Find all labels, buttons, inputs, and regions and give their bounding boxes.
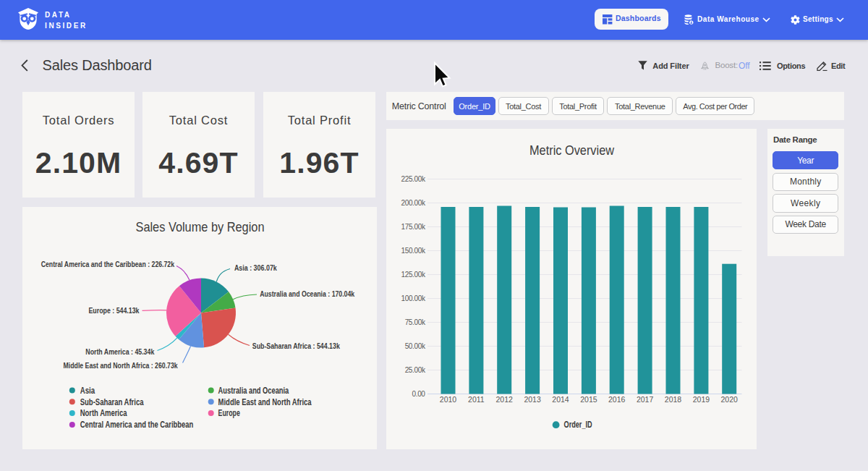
svg-text:2011: 2011 xyxy=(468,395,485,404)
svg-text:Middle East and North Africa :: Middle East and North Africa : 260.73k xyxy=(64,362,178,370)
svg-text:Central America and the Caribb: Central America and the Caribbean : 226.… xyxy=(41,260,175,268)
svg-text:Europe : 544.13k: Europe : 544.13k xyxy=(89,307,140,315)
svg-text:50.00k: 50.00k xyxy=(405,342,426,350)
svg-text:75.00k: 75.00k xyxy=(405,318,426,326)
svg-text:2019: 2019 xyxy=(693,395,710,404)
svg-text:2010: 2010 xyxy=(440,395,457,404)
svg-text:2013: 2013 xyxy=(524,395,541,404)
svg-text:100.00k: 100.00k xyxy=(401,294,425,302)
svg-text:Sales Volume by Region: Sales Volume by Region xyxy=(136,219,265,234)
svg-text:2012: 2012 xyxy=(496,395,514,404)
svg-text:2020: 2020 xyxy=(721,395,739,404)
svg-text:2018: 2018 xyxy=(665,395,682,404)
svg-text:Asia: Asia xyxy=(80,386,95,396)
svg-text:Order_ID: Order_ID xyxy=(564,420,592,430)
svg-text:2014: 2014 xyxy=(552,395,569,404)
svg-text:Australia and Oceania : 170.04: Australia and Oceania : 170.04k xyxy=(260,290,354,298)
svg-text:2016: 2016 xyxy=(608,395,626,404)
svg-text:225.00k: 225.00k xyxy=(401,175,425,183)
svg-text:2015: 2015 xyxy=(580,395,597,404)
svg-text:125.00k: 125.00k xyxy=(401,271,425,279)
svg-text:0.00: 0.00 xyxy=(412,390,426,398)
svg-text:Australia and Oceania: Australia and Oceania xyxy=(218,386,289,396)
svg-text:175.00k: 175.00k xyxy=(401,223,425,231)
svg-text:Sub-Saharan Africa : 544.13k: Sub-Saharan Africa : 544.13k xyxy=(252,342,340,350)
svg-text:North America : 45.34k: North America : 45.34k xyxy=(85,348,154,356)
svg-text:Sub-Saharan Africa: Sub-Saharan Africa xyxy=(80,397,144,407)
svg-text:Metric Overview: Metric Overview xyxy=(529,143,615,158)
svg-text:North America: North America xyxy=(80,408,127,418)
svg-text:Europe: Europe xyxy=(218,408,240,418)
svg-text:2017: 2017 xyxy=(637,395,654,404)
svg-text:Central America and the Caribb: Central America and the Caribbean xyxy=(80,420,194,430)
svg-text:150.00k: 150.00k xyxy=(401,247,425,255)
svg-text:200.00k: 200.00k xyxy=(401,199,425,207)
svg-text:25.00k: 25.00k xyxy=(405,366,426,374)
svg-text:Middle East and North Africa: Middle East and North Africa xyxy=(218,397,312,407)
svg-text:Asia : 306.07k: Asia : 306.07k xyxy=(234,264,277,272)
